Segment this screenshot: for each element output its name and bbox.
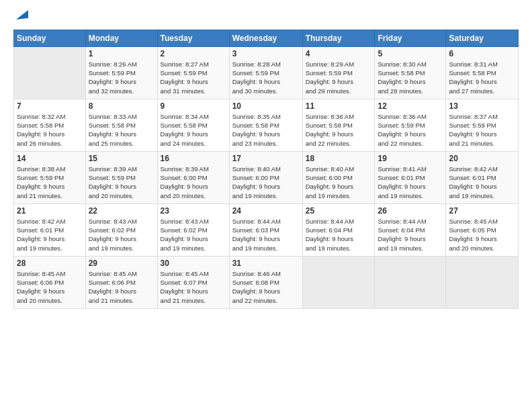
- calendar-cell: 30Sunrise: 8:45 AM Sunset: 6:07 PM Dayli…: [157, 256, 229, 308]
- calendar-cell: 20Sunrise: 8:42 AM Sunset: 6:01 PM Dayli…: [446, 151, 519, 203]
- week-row-0: 1Sunrise: 8:26 AM Sunset: 5:59 PM Daylig…: [14, 46, 519, 99]
- day-info: Sunrise: 8:42 AM Sunset: 6:01 PM Dayligh…: [449, 165, 515, 200]
- day-number: 22: [89, 206, 154, 216]
- day-info: Sunrise: 8:45 AM Sunset: 6:07 PM Dayligh…: [161, 269, 226, 305]
- day-info: Sunrise: 8:31 AM Sunset: 5:58 PM Dayligh…: [449, 60, 515, 95]
- day-number: 24: [232, 206, 300, 216]
- day-number: 13: [449, 101, 515, 111]
- day-number: 1: [89, 49, 154, 58]
- day-number: 28: [17, 259, 83, 268]
- day-info: Sunrise: 8:33 AM Sunset: 5:58 PM Dayligh…: [89, 112, 154, 148]
- calendar-cell: 7Sunrise: 8:32 AM Sunset: 5:58 PM Daylig…: [14, 99, 86, 151]
- day-number: 8: [89, 101, 154, 111]
- day-number: 23: [161, 206, 226, 216]
- day-number: 19: [378, 154, 443, 163]
- week-row-3: 21Sunrise: 8:42 AM Sunset: 6:01 PM Dayli…: [14, 203, 519, 256]
- day-number: 12: [378, 101, 443, 111]
- calendar-cell: [446, 256, 519, 308]
- header: [13, 11, 519, 24]
- calendar-cell: 5Sunrise: 8:30 AM Sunset: 5:58 PM Daylig…: [375, 46, 446, 99]
- calendar-cell: 8Sunrise: 8:33 AM Sunset: 5:58 PM Daylig…: [85, 99, 157, 151]
- day-info: Sunrise: 8:44 AM Sunset: 6:04 PM Dayligh…: [378, 217, 443, 253]
- day-number: 30: [161, 259, 226, 268]
- day-number: 16: [161, 154, 226, 163]
- calendar-cell: 26Sunrise: 8:44 AM Sunset: 6:04 PM Dayli…: [375, 203, 446, 256]
- header-row: SundayMondayTuesdayWednesdayThursdayFrid…: [14, 30, 519, 46]
- day-number: 4: [306, 49, 372, 58]
- day-number: 7: [17, 101, 83, 111]
- calendar-cell: [14, 46, 86, 99]
- calendar-cell: 27Sunrise: 8:45 AM Sunset: 6:05 PM Dayli…: [446, 203, 519, 256]
- svg-marker-0: [16, 10, 28, 19]
- day-info: Sunrise: 8:46 AM Sunset: 6:08 PM Dayligh…: [232, 269, 300, 305]
- day-info: Sunrise: 8:30 AM Sunset: 5:58 PM Dayligh…: [378, 60, 443, 95]
- calendar-cell: [375, 256, 446, 308]
- day-info: Sunrise: 8:34 AM Sunset: 5:58 PM Dayligh…: [161, 112, 226, 148]
- day-number: 27: [449, 206, 515, 216]
- calendar-cell: 21Sunrise: 8:42 AM Sunset: 6:01 PM Dayli…: [14, 203, 86, 256]
- header-day-thursday: Thursday: [302, 30, 375, 46]
- day-info: Sunrise: 8:40 AM Sunset: 6:00 PM Dayligh…: [232, 165, 300, 200]
- day-info: Sunrise: 8:39 AM Sunset: 5:59 PM Dayligh…: [89, 165, 154, 200]
- calendar-cell: 3Sunrise: 8:28 AM Sunset: 5:59 PM Daylig…: [229, 46, 302, 99]
- day-info: Sunrise: 8:45 AM Sunset: 6:05 PM Dayligh…: [449, 217, 515, 253]
- day-number: 17: [232, 154, 300, 163]
- calendar-cell: 4Sunrise: 8:29 AM Sunset: 5:59 PM Daylig…: [302, 46, 375, 99]
- day-info: Sunrise: 8:44 AM Sunset: 6:04 PM Dayligh…: [306, 217, 372, 253]
- day-info: Sunrise: 8:36 AM Sunset: 5:58 PM Dayligh…: [306, 112, 372, 148]
- day-info: Sunrise: 8:43 AM Sunset: 6:02 PM Dayligh…: [89, 217, 154, 253]
- day-number: 15: [89, 154, 154, 163]
- calendar-cell: 31Sunrise: 8:46 AM Sunset: 6:08 PM Dayli…: [229, 256, 302, 308]
- day-number: 9: [161, 101, 226, 111]
- calendar-cell: 12Sunrise: 8:36 AM Sunset: 5:59 PM Dayli…: [375, 99, 446, 151]
- day-number: 21: [17, 206, 83, 216]
- header-day-sunday: Sunday: [14, 30, 86, 46]
- day-number: 2: [161, 49, 226, 58]
- day-number: 18: [306, 154, 372, 163]
- day-info: Sunrise: 8:36 AM Sunset: 5:59 PM Dayligh…: [378, 112, 443, 148]
- day-info: Sunrise: 8:43 AM Sunset: 6:02 PM Dayligh…: [161, 217, 226, 253]
- calendar-cell: 19Sunrise: 8:41 AM Sunset: 6:01 PM Dayli…: [375, 151, 446, 203]
- day-number: 31: [232, 259, 300, 268]
- calendar-cell: 13Sunrise: 8:37 AM Sunset: 5:59 PM Dayli…: [446, 99, 519, 151]
- logo-arrow-icon: [15, 7, 30, 22]
- calendar-cell: [302, 256, 375, 308]
- day-number: 25: [306, 206, 372, 216]
- day-info: Sunrise: 8:40 AM Sunset: 6:00 PM Dayligh…: [306, 165, 372, 200]
- calendar-cell: 25Sunrise: 8:44 AM Sunset: 6:04 PM Dayli…: [302, 203, 375, 256]
- calendar-cell: 2Sunrise: 8:27 AM Sunset: 5:59 PM Daylig…: [157, 46, 229, 99]
- header-day-tuesday: Tuesday: [157, 30, 229, 46]
- day-info: Sunrise: 8:42 AM Sunset: 6:01 PM Dayligh…: [17, 217, 83, 253]
- calendar-cell: 28Sunrise: 8:45 AM Sunset: 6:06 PM Dayli…: [14, 256, 86, 308]
- day-number: 26: [378, 206, 443, 216]
- day-number: 11: [306, 101, 372, 111]
- calendar-cell: 22Sunrise: 8:43 AM Sunset: 6:02 PM Dayli…: [85, 203, 157, 256]
- day-info: Sunrise: 8:39 AM Sunset: 6:00 PM Dayligh…: [161, 165, 226, 200]
- calendar-cell: 6Sunrise: 8:31 AM Sunset: 5:58 PM Daylig…: [446, 46, 519, 99]
- calendar-cell: 10Sunrise: 8:35 AM Sunset: 5:58 PM Dayli…: [229, 99, 302, 151]
- day-number: 3: [232, 49, 300, 58]
- day-info: Sunrise: 8:44 AM Sunset: 6:03 PM Dayligh…: [232, 217, 300, 253]
- logo: [13, 11, 30, 24]
- calendar-cell: 15Sunrise: 8:39 AM Sunset: 5:59 PM Dayli…: [85, 151, 157, 203]
- day-info: Sunrise: 8:37 AM Sunset: 5:59 PM Dayligh…: [449, 112, 515, 148]
- calendar-table: SundayMondayTuesdayWednesdayThursdayFrid…: [13, 30, 519, 309]
- header-day-wednesday: Wednesday: [229, 30, 302, 46]
- calendar-cell: 11Sunrise: 8:36 AM Sunset: 5:58 PM Dayli…: [302, 99, 375, 151]
- calendar-cell: 14Sunrise: 8:38 AM Sunset: 5:59 PM Dayli…: [14, 151, 86, 203]
- calendar-cell: 17Sunrise: 8:40 AM Sunset: 6:00 PM Dayli…: [229, 151, 302, 203]
- week-row-2: 14Sunrise: 8:38 AM Sunset: 5:59 PM Dayli…: [14, 151, 519, 203]
- header-day-friday: Friday: [375, 30, 446, 46]
- day-info: Sunrise: 8:45 AM Sunset: 6:06 PM Dayligh…: [17, 269, 83, 305]
- calendar-cell: 29Sunrise: 8:45 AM Sunset: 6:06 PM Dayli…: [85, 256, 157, 308]
- day-info: Sunrise: 8:28 AM Sunset: 5:59 PM Dayligh…: [232, 60, 300, 95]
- day-info: Sunrise: 8:29 AM Sunset: 5:59 PM Dayligh…: [306, 60, 372, 95]
- week-row-1: 7Sunrise: 8:32 AM Sunset: 5:58 PM Daylig…: [14, 99, 519, 151]
- week-row-4: 28Sunrise: 8:45 AM Sunset: 6:06 PM Dayli…: [14, 256, 519, 308]
- day-info: Sunrise: 8:41 AM Sunset: 6:01 PM Dayligh…: [378, 165, 443, 200]
- calendar-cell: 18Sunrise: 8:40 AM Sunset: 6:00 PM Dayli…: [302, 151, 375, 203]
- calendar-cell: 23Sunrise: 8:43 AM Sunset: 6:02 PM Dayli…: [157, 203, 229, 256]
- day-info: Sunrise: 8:26 AM Sunset: 5:59 PM Dayligh…: [89, 60, 154, 95]
- calendar-cell: 16Sunrise: 8:39 AM Sunset: 6:00 PM Dayli…: [157, 151, 229, 203]
- day-info: Sunrise: 8:27 AM Sunset: 5:59 PM Dayligh…: [161, 60, 226, 95]
